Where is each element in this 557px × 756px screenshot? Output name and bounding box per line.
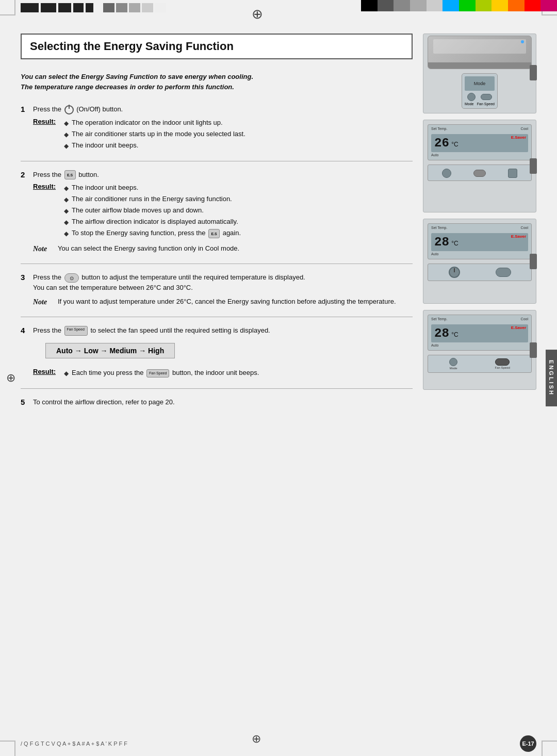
intro-line1: You can select the Energy Saving Functio…: [21, 72, 413, 82]
remote-body-2: [428, 165, 532, 181]
registration-bars: [21, 3, 93, 12]
color-bar-black: [361, 0, 378, 11]
step-2-text: Press the button.: [33, 170, 413, 180]
image-1-content: Mode Mode Fan Speed: [428, 36, 532, 109]
fan-speed-sup-label: Fan Speed: [67, 327, 85, 331]
color-bar-gray: [394, 0, 410, 11]
step-3-number: 3: [21, 273, 33, 282]
set-temp-4: Set Temp.: [431, 317, 447, 321]
power-btn-3: [449, 267, 460, 278]
step-2-result-item-4: ◆ The airflow direction indicator is dis…: [64, 217, 413, 227]
auto-4: Auto: [431, 343, 528, 347]
step-1-result-item-2: ◆ The air conditioner starts up in the m…: [64, 129, 413, 139]
image-panel-4: Set Temp. Cool 28 °C E.Saver Auto: [423, 310, 536, 390]
diamond-icon-5: ◆: [64, 195, 69, 204]
step-4-number: 4: [21, 326, 33, 335]
gray-bar-1: [103, 3, 114, 12]
step-3-text: Press the ⊙ button to adjust the tempera…: [33, 272, 413, 292]
trim-mark-bottom-right: [542, 741, 557, 756]
remote-btn-group-2b: [473, 169, 486, 178]
gray-bar-5: [155, 3, 166, 12]
remote-display-2a: Set Temp. Cool 26 °C E.Saver Auto: [428, 124, 532, 160]
title-box: Selecting the Energy Saving Function: [21, 34, 413, 59]
step-1-item-text-3: The indoor unit beeps.: [72, 140, 138, 151]
footer-code: / Q F G T C V Q A + $ A # A + $ A ' K P …: [21, 741, 127, 747]
remote-btn-group-2c: [508, 169, 517, 178]
set-temp-3: Set Temp.: [431, 226, 447, 229]
intro-text: You can select the Energy Saving Functio…: [21, 72, 413, 92]
fanspeed-label-4: Fan Speed: [495, 366, 510, 369]
black-bar-2: [41, 3, 56, 12]
remote-display-4: Set Temp. Cool 28 °C E.Saver Auto: [428, 315, 532, 351]
remote-btn-oval-1: [481, 94, 492, 100]
step-4-result-label: Result:: [33, 368, 64, 375]
indoor-panel: [433, 39, 526, 54]
mode-label-4: Mode: [450, 367, 457, 370]
step-1-result: Result: ◆ The operation indicator on the…: [33, 118, 413, 152]
trim-mark-top-left: [0, 0, 15, 15]
step-1-result-label: Result:: [33, 118, 64, 125]
step-1: 1 Press the (On/Off) button. Result: ◆ T: [21, 104, 413, 152]
step-2-note: Note You can select the Energy saving fu…: [33, 243, 413, 254]
remote-screen-text-1: Mode: [474, 81, 486, 86]
fan-speed-chart: Auto → Low → Medium → High: [45, 343, 175, 358]
indoor-vent: [428, 62, 531, 69]
remote-mode-label: Mode: [465, 102, 474, 106]
diamond-icon-9: ◆: [64, 369, 69, 378]
image-panel-3: Set Temp. Cool 28 °C E.Saver Auto: [423, 219, 536, 304]
esaver-badge-2a: E.Saver: [511, 135, 526, 140]
temp-btn-3: [496, 268, 511, 277]
step-4-result-items: ◆ Each time you press the Fan Speed butt…: [64, 368, 413, 379]
power-icon-line: [454, 268, 455, 272]
step-2-result-line: Result: ◆ The indoor unit beeps. ◆ The a…: [33, 183, 413, 239]
step-2-header: 2 Press the button.: [21, 170, 413, 180]
remote-screen-2a: 26 °C E.Saver: [431, 134, 528, 152]
step-4-result-item-1: ◆ Each time you press the Fan Speed butt…: [64, 368, 413, 378]
esaver-button-icon-2: [208, 229, 220, 238]
step-4-text: Press the Fan Speed to select the fan sp…: [33, 325, 413, 336]
image-panel-2: Set Temp. Cool 26 °C E.Saver Auto: [423, 120, 536, 212]
remote-btn-circle-2a: [442, 169, 451, 178]
step-4-item-text-1: Each time you press the Fan Speed button…: [72, 368, 259, 378]
temp-unit-2a: °C: [451, 141, 458, 148]
gray-bar-2: [116, 3, 127, 12]
step-4-result-line: Result: ◆ Each time you press the Fan Sp…: [33, 368, 413, 379]
cool-2a: Cool: [521, 127, 528, 130]
remote-fanspeed-group: Fan Speed: [495, 358, 510, 369]
divider-4: [21, 388, 413, 389]
diamond-icon-4: ◆: [64, 184, 69, 193]
remote-btn-oval-2: [473, 170, 486, 177]
black-bar-4: [73, 3, 84, 12]
gray-bars: [103, 3, 166, 12]
remote-fanspeed-label: Fan Speed: [477, 102, 495, 106]
remote-body-4: Mode Fan Speed: [428, 355, 532, 373]
step-5-header: 5 To control the airflow direction, refe…: [21, 397, 413, 407]
highlight-arrow-4: [530, 342, 537, 358]
color-bar-darkgray: [378, 0, 394, 11]
footer: / Q F G T C V Q A + $ A # A + $ A ' K P …: [21, 735, 536, 752]
remote-btn-group-2a: [442, 169, 451, 178]
step-3-text2: You can set the temperature between 26°C…: [33, 284, 193, 291]
remote-body-3: [428, 264, 532, 281]
divider-2: [21, 264, 413, 264]
color-bar-red: [525, 0, 541, 11]
auto-3: Auto: [431, 252, 528, 256]
step-2-note-text: You can select the Energy saving functio…: [58, 243, 239, 254]
black-bar-5: [86, 3, 93, 12]
diamond-icon-2: ◆: [64, 130, 69, 139]
step-2: 2 Press the button. Result: ◆ The indoor: [21, 170, 413, 255]
diamond-icon-8: ◆: [64, 229, 69, 238]
intro-line2: The temperature range decreases in order…: [21, 82, 413, 92]
image-3-content: Set Temp. Cool 28 °C E.Saver Auto: [428, 223, 532, 281]
color-bar-top: [361, 0, 557, 11]
esaver-badge-3: E.Saver: [511, 234, 526, 239]
step-2-result-item-2: ◆ The air conditioner runs in the Energy…: [64, 194, 413, 204]
diamond-icon-6: ◆: [64, 206, 69, 216]
note-label-3: Note: [33, 297, 58, 307]
step-1-result-item-3: ◆ The indoor unit beeps.: [64, 140, 413, 151]
note-label-2: Note: [33, 243, 58, 254]
trim-mark-bottom-left: [0, 741, 15, 756]
remote-screen-4: 28 °C E.Saver: [431, 324, 528, 342]
remote-screen-3: 28 °C E.Saver: [431, 233, 528, 251]
temp-unit-3: °C: [451, 240, 458, 247]
